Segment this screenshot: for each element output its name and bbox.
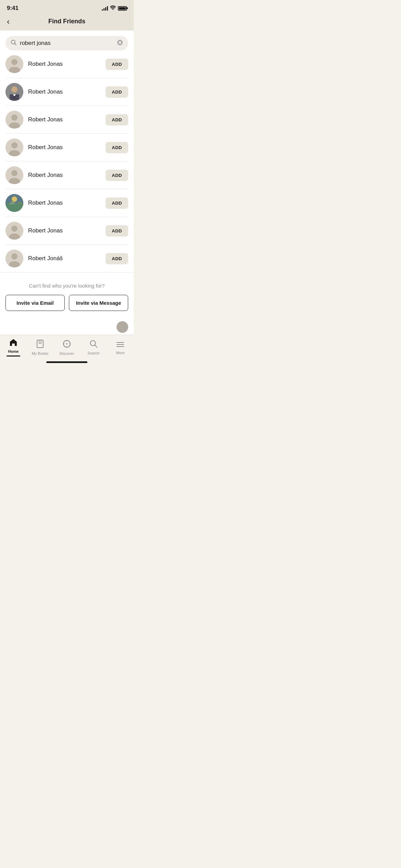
status-time: 9:41 [7,5,19,12]
avatar [5,111,23,129]
battery-icon [118,6,127,11]
result-name: Robert Jonas [28,172,101,179]
svg-point-6 [11,59,17,65]
result-item: Robert Jonas ADD [5,189,128,217]
add-button[interactable]: ADD [106,59,128,70]
tab-mybooks-label: My Books [32,351,48,355]
svg-point-28 [11,253,17,260]
svg-rect-30 [37,340,43,348]
avatar [5,166,23,184]
results-list: Robert Jonas ADD Robert Jonas ADD Robert… [0,50,134,272]
add-button[interactable]: ADD [106,142,128,153]
tab-discover-label: Discover [60,351,74,355]
search-input[interactable] [20,40,114,47]
tab-home-label: Home [8,349,19,353]
add-button[interactable]: ADD [106,197,128,209]
result-name: Robert Jonas [28,88,101,95]
tab-search[interactable]: Search [80,340,107,355]
invite-email-button[interactable]: Invite via Email [5,295,65,311]
tab-bar: Home My Books Discover [0,335,134,359]
add-button[interactable]: ADD [106,225,128,237]
add-button[interactable]: ADD [106,253,128,264]
result-name: Robert Jonas [28,116,101,123]
svg-point-19 [11,170,17,176]
result-item: Robert Jonas ADD [5,134,128,161]
clear-search-button[interactable] [117,40,123,47]
result-item: Robert Jonas ADD [5,217,128,245]
svg-point-9 [11,86,17,93]
search-icon [11,40,16,47]
result-item: Robert Jonas ADD [5,161,128,189]
tab-search-label: Search [88,351,100,355]
avatar [5,194,23,212]
svg-point-32 [66,343,68,345]
home-indicator-bar [46,361,87,363]
avatar [5,138,23,156]
mybooks-icon [36,340,44,350]
tab-home[interactable]: Home [0,338,27,357]
svg-point-16 [11,142,17,148]
result-item: Robert Jonas ADD [5,50,128,78]
tab-discover[interactable]: Discover [53,340,80,355]
svg-point-13 [11,114,17,121]
search-tab-icon [90,340,97,350]
active-tab-indicator [7,355,20,357]
home-indicator [0,359,134,364]
invite-buttons: Invite via Email Invite via Message [5,295,128,311]
add-button[interactable]: ADD [106,114,128,125]
result-name: Robert Jonáš [28,255,101,262]
page-title: Find Friends [48,18,85,25]
result-name: Robert Jonas [28,61,101,68]
status-icons [102,5,127,11]
scroll-dot [117,321,128,333]
nav-header: ‹ Find Friends [0,14,134,31]
search-bar [5,36,128,50]
status-bar: 9:41 [0,0,134,14]
result-item: Robert Jonas ADD [5,106,128,134]
discover-icon [63,340,71,350]
tab-more[interactable]: More [107,340,134,355]
svg-rect-11 [14,96,15,99]
svg-point-25 [11,226,17,232]
result-item: Robert Jonáš ADD [5,245,128,272]
invite-message-button[interactable]: Invite via Message [69,295,128,311]
signal-icon [102,6,108,11]
avatar [5,222,23,240]
svg-line-38 [95,345,97,347]
avatar [5,83,23,101]
home-icon [9,338,17,348]
back-button[interactable]: ‹ [7,17,10,26]
result-name: Robert Jonas [28,227,101,234]
scroll-indicator [0,318,134,335]
result-item: Robert Jonas ADD [5,78,128,106]
bottom-section: Can't find who you're looking for? Invit… [0,272,134,318]
search-container [0,31,134,50]
tab-more-label: More [116,351,124,355]
tab-mybooks[interactable]: My Books [27,340,53,355]
avatar [5,250,23,267]
result-name: Robert Jonas [28,200,101,206]
result-name: Robert Jonas [28,144,101,151]
wifi-icon [110,5,116,11]
avatar [5,55,23,73]
add-button[interactable]: ADD [106,86,128,98]
more-icon [117,340,124,349]
cant-find-text: Can't find who you're looking for? [5,283,128,289]
add-button[interactable]: ADD [106,170,128,181]
svg-line-1 [15,44,16,45]
